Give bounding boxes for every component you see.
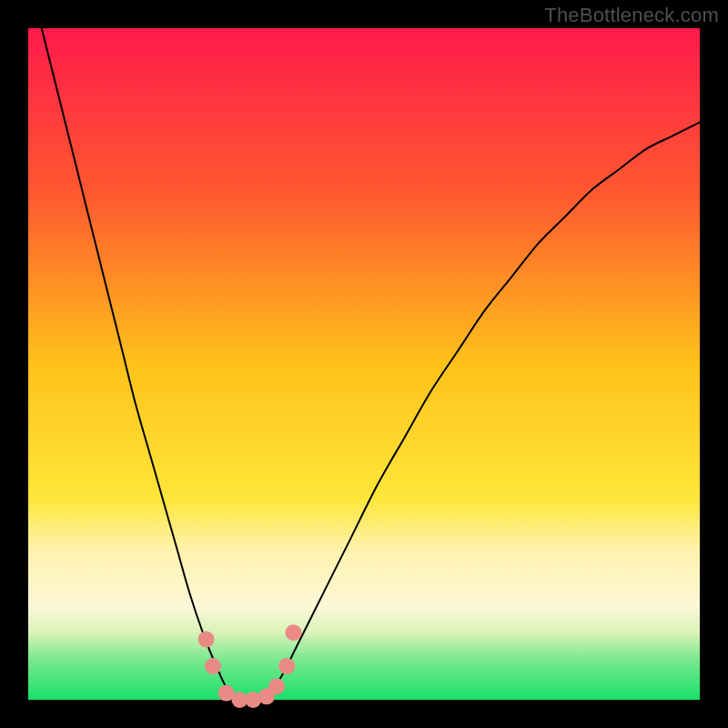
- chart-frame: TheBottleneck.com: [0, 0, 728, 728]
- marker-point: [268, 678, 285, 694]
- marker-point: [286, 624, 302, 641]
- marker-point: [198, 632, 215, 648]
- bottleneck-chart: [0, 0, 728, 728]
- plot-background: [28, 28, 700, 700]
- marker-point: [278, 658, 295, 674]
- marker-point: [205, 658, 221, 674]
